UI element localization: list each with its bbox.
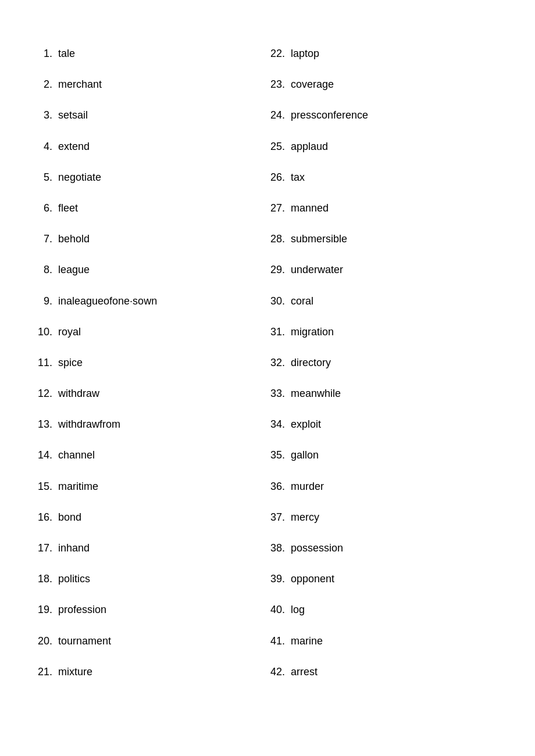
list-item: 12.withdraw [35,386,268,401]
list-item: 13.withdrawfrom [35,417,268,432]
list-item: 37.mercy [268,510,500,525]
list-item: 17.inhand [35,541,268,556]
item-number: 40. [268,603,291,617]
item-number: 34. [268,417,291,432]
item-text: mixture [58,665,92,679]
item-text: league [58,263,90,277]
list-item: 5.negotiate [35,170,268,185]
item-text: royal [58,325,81,339]
item-number: 9. [35,294,58,309]
item-number: 35. [268,448,291,463]
item-text: gallon [291,448,319,463]
item-text: channel [58,448,95,463]
list-item: 28.submersible [268,232,500,246]
list-item: 22.laptop [268,46,500,61]
list-item: 16.bond [35,510,268,525]
item-text: spice [58,356,83,370]
list-item: 11.spice [35,356,268,370]
list-item: 31.migration [268,325,500,339]
list-item: 8.league [35,263,268,277]
item-number: 26. [268,170,291,185]
item-number: 24. [268,108,291,123]
item-text: meanwhile [291,386,341,401]
item-number: 33. [268,386,291,401]
list-item: 24.pressconference [268,108,500,123]
list-item: 30.coral [268,294,500,309]
item-number: 15. [35,479,58,494]
item-text: arrest [291,665,318,679]
item-number: 36. [268,479,291,494]
item-text: directory [291,356,331,370]
left-column: 1.tale2.merchant3.setsail4.extend5.negot… [35,46,268,696]
item-number: 1. [35,46,58,61]
item-number: 16. [35,510,58,525]
item-text: migration [291,325,334,339]
list-item: 36.murder [268,479,500,494]
item-number: 5. [35,170,58,185]
list-item: 41.marine [268,634,500,648]
item-number: 19. [35,603,58,617]
item-number: 30. [268,294,291,309]
list-item: 6.fleet [35,201,268,216]
item-number: 18. [35,572,58,586]
item-number: 20. [35,634,58,648]
item-text: coral [291,294,313,309]
item-text: possession [291,541,343,556]
list-item: 4.extend [35,139,268,154]
list-item: 39.opponent [268,572,500,586]
list-item: 34.exploit [268,417,500,432]
item-number: 8. [35,263,58,277]
item-number: 11. [35,356,58,370]
item-text: behold [58,232,90,246]
item-text: politics [58,572,90,586]
item-number: 41. [268,634,291,648]
item-number: 13. [35,417,58,432]
list-item: 40.log [268,603,500,617]
list-item: 27.manned [268,201,500,216]
item-text: setsail [58,108,88,123]
item-number: 10. [35,325,58,339]
item-number: 12. [35,386,58,401]
list-item: 3.setsail [35,108,268,123]
item-number: 3. [35,108,58,123]
item-number: 22. [268,46,291,61]
list-item: 20.tournament [35,634,268,648]
list-item: 14.channel [35,448,268,463]
item-text: pressconference [291,108,368,123]
item-number: 32. [268,356,291,370]
item-number: 23. [268,77,291,92]
item-number: 29. [268,263,291,277]
list-item: 2.merchant [35,77,268,92]
item-text: bond [58,510,81,525]
list-item: 7.behold [35,232,268,246]
item-text: maritime [58,479,98,494]
item-text: inaleagueofone·sown [58,294,157,309]
item-text: marine [291,634,323,648]
item-text: manned [291,201,329,216]
item-text: negotiate [58,170,101,185]
list-item: 35.gallon [268,448,500,463]
item-text: opponent [291,572,334,586]
columns-container: 1.tale2.merchant3.setsail4.extend5.negot… [35,46,500,696]
item-text: coverage [291,77,334,92]
list-item: 19.profession [35,603,268,617]
item-text: underwater [291,263,343,277]
item-text: murder [291,479,324,494]
item-text: merchant [58,77,102,92]
item-number: 28. [268,232,291,246]
item-text: submersible [291,232,347,246]
item-number: 4. [35,139,58,154]
list-item: 21.mixture [35,665,268,679]
item-text: mercy [291,510,319,525]
list-item: 18.politics [35,572,268,586]
item-number: 42. [268,665,291,679]
item-number: 31. [268,325,291,339]
list-item: 38.possession [268,541,500,556]
item-text: withdrawfrom [58,417,120,432]
page: 1.tale2.merchant3.setsail4.extend5.negot… [0,0,535,742]
item-number: 6. [35,201,58,216]
item-number: 38. [268,541,291,556]
item-text: withdraw [58,386,99,401]
item-number: 17. [35,541,58,556]
item-text: profession [58,603,106,617]
